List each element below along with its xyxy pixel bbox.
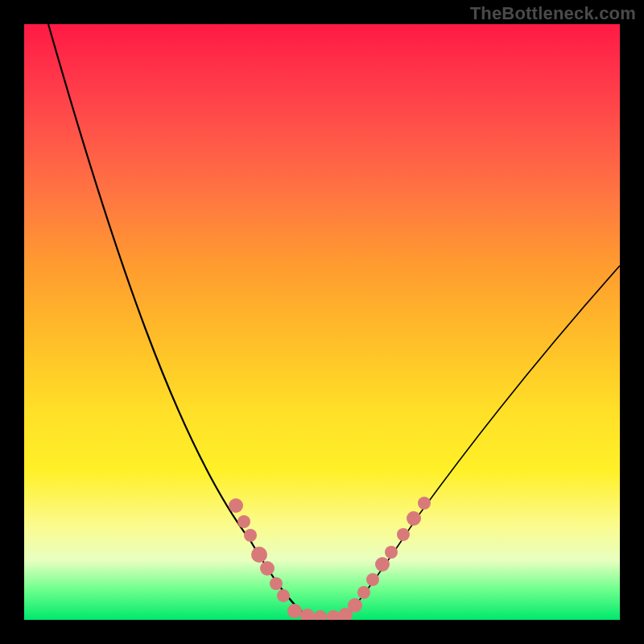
data-dot <box>357 586 370 599</box>
data-dot <box>397 528 410 541</box>
data-dot <box>229 498 243 513</box>
data-dot <box>418 497 431 510</box>
gradient-plot-area <box>24 24 620 620</box>
data-dot <box>244 529 257 542</box>
data-dot <box>314 610 327 620</box>
data-dot <box>287 604 302 618</box>
dots-group <box>229 497 431 620</box>
data-dot <box>277 589 290 602</box>
data-dot <box>327 610 340 620</box>
data-dot <box>375 557 390 572</box>
watermark-text: TheBottleneck.com <box>470 3 636 24</box>
chart-svg <box>24 24 620 620</box>
data-dot <box>251 547 267 563</box>
data-dot <box>366 573 379 586</box>
data-dot <box>260 561 275 576</box>
data-dot <box>385 546 398 559</box>
data-dot <box>237 515 250 528</box>
data-dot <box>270 577 283 590</box>
data-dot <box>348 598 362 613</box>
curve-left <box>48 24 310 618</box>
data-dot <box>300 609 315 620</box>
data-dot <box>407 511 421 526</box>
